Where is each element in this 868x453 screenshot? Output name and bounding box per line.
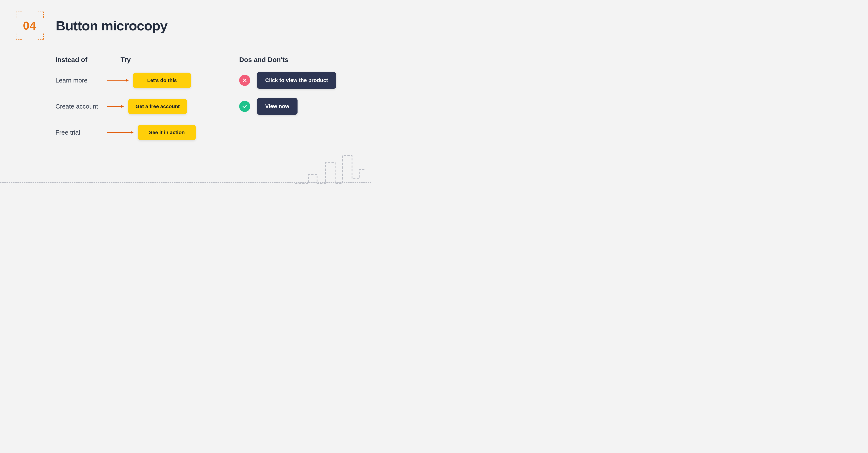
arrow-right-icon (107, 131, 133, 134)
column-header-dos-donts: Dos and Don'ts (239, 56, 336, 64)
slide-number-frame: 04 (16, 11, 44, 39)
svg-marker-1 (126, 79, 129, 82)
svg-marker-3 (121, 105, 124, 108)
instead-of-text: Free trial (56, 129, 104, 136)
instead-of-text: Create account (56, 103, 104, 110)
try-button[interactable]: Let's do this (133, 72, 191, 88)
frame-corner-icon (16, 11, 22, 18)
dos-donts-group: Dos and Don'ts Click to view the product… (239, 56, 336, 150)
examples-group: Instead of Try Learn more Let's do this (56, 56, 196, 150)
slide-header: 04 Button microcopy (16, 11, 167, 39)
slide-number: 04 (23, 19, 36, 32)
column-header-try: Try (121, 56, 131, 64)
dont-row: Click to view the product (239, 72, 336, 89)
do-button[interactable]: View now (257, 98, 298, 115)
frame-corner-icon (38, 11, 44, 18)
arrow-right-icon (107, 79, 129, 82)
column-header-instead-of: Instead of (56, 56, 121, 64)
dont-button[interactable]: Click to view the product (257, 72, 336, 89)
slide-title: Button microcopy (56, 18, 167, 33)
frame-corner-icon (38, 33, 44, 39)
try-button[interactable]: See it in action (138, 125, 196, 140)
slide-content: Instead of Try Learn more Let's do this (56, 56, 336, 150)
frame-corner-icon (16, 33, 22, 39)
svg-marker-5 (131, 131, 133, 134)
decorative-skyline-icon (294, 153, 367, 189)
arrow-right-icon (107, 105, 124, 108)
example-row: Free trial See it in action (56, 124, 196, 141)
try-button[interactable]: Get a free account (128, 99, 187, 114)
example-row: Create account Get a free account (56, 98, 196, 115)
check-icon (239, 101, 250, 112)
do-row: View now (239, 98, 336, 115)
example-row: Learn more Let's do this (56, 72, 196, 89)
x-icon (239, 75, 250, 86)
instead-of-text: Learn more (56, 77, 104, 84)
